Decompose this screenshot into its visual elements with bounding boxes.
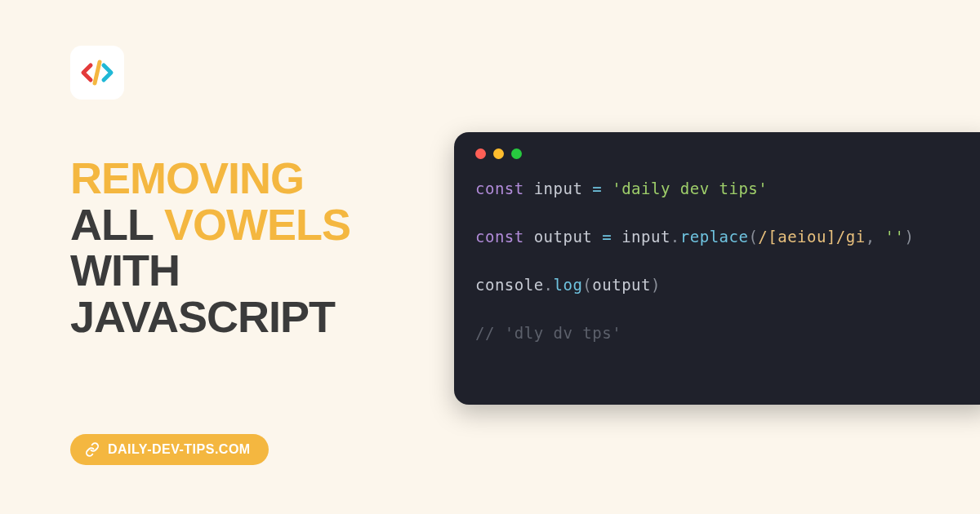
code-token: ) — [904, 228, 914, 246]
code-token: , — [866, 228, 875, 246]
window-traffic-lights — [475, 148, 972, 159]
code-token: const — [475, 179, 524, 197]
code-token: ( — [748, 228, 758, 246]
svg-line-0 — [95, 62, 100, 83]
title-word: ALL — [70, 200, 153, 249]
code-token: '' — [885, 228, 905, 246]
code-brackets-icon — [79, 55, 115, 91]
traffic-light-green-icon — [511, 148, 522, 159]
code-token: output — [592, 276, 651, 294]
code-token: input — [534, 179, 583, 197]
traffic-light-yellow-icon — [493, 148, 504, 159]
code-token: // 'dly dv tps' — [475, 324, 621, 342]
page-title: REMOVING ALL VOWELS WITH JAVASCRIPT — [70, 155, 446, 340]
code-token: 'daily dev tips' — [612, 179, 768, 197]
source-link[interactable]: DAILY-DEV-TIPS.COM — [70, 434, 269, 465]
title-word: JAVASCRIPT — [70, 292, 335, 341]
code-token: output — [534, 228, 593, 246]
source-link-label: DAILY-DEV-TIPS.COM — [108, 442, 251, 457]
code-token: = — [602, 228, 612, 246]
code-token: /[aeiou]/gi — [758, 228, 865, 246]
title-word: VOWELS — [164, 200, 350, 249]
code-token: ( — [582, 276, 592, 294]
title-word: WITH — [70, 246, 180, 295]
code-token: console — [475, 276, 544, 294]
code-window: const input = 'daily dev tips' const out… — [454, 132, 980, 405]
code-token: const — [475, 228, 524, 246]
logo — [70, 46, 124, 100]
code-block: const input = 'daily dev tips' const out… — [475, 177, 972, 345]
traffic-light-red-icon — [475, 148, 486, 159]
code-token: . — [670, 228, 680, 246]
code-token: . — [544, 276, 554, 294]
code-token: log — [554, 276, 583, 294]
code-token: replace — [680, 228, 749, 246]
title-word: REMOVING — [70, 153, 304, 202]
link-icon — [85, 442, 100, 457]
code-token: ) — [651, 276, 661, 294]
code-token: input — [621, 228, 670, 246]
code-token: = — [592, 179, 602, 197]
